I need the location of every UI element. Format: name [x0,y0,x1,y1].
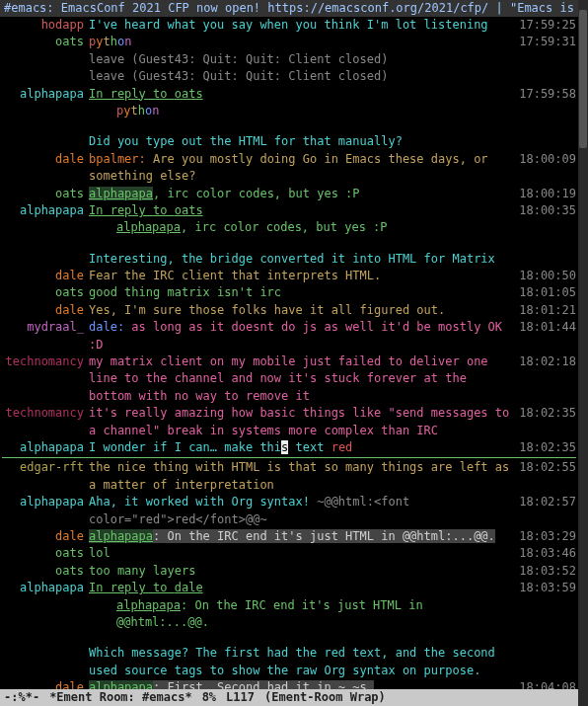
nick-label[interactable]: alphapapa [2,580,89,596]
message-body-cell: Which message? The first had the red tex… [89,645,517,679]
message-body: the nice thing with HTML is that so many… [89,460,509,491]
reply-label[interactable]: In reply to [89,581,175,594]
nick-label[interactable]: oats [2,545,89,562]
line-number: L117 [226,689,255,706]
message-body-cell: leave (Guest43: Quit: Quit: Client close… [89,51,517,68]
timestamp: 18:00:19 [517,186,576,202]
message-body: Fear the IRC client that interprets HTML… [89,269,381,282]
message-row: alphapapaI wonder if I can… make this te… [0,439,578,456]
timestamp: 18:00:35 [517,202,576,219]
nick-label[interactable]: alphapapa [2,202,89,219]
message-body-cell: Interesting, the bridge converted it int… [89,251,517,268]
timestamp: 17:59:25 [517,17,576,34]
quoted-message: alphapapa: On the IRC end it's just HTML… [116,597,513,632]
message-body-cell: python [89,34,517,50]
message-body-cell: In reply to oatsalphapapa, irc color cod… [89,202,517,237]
message-row: hodappI've heard what you say when you t… [0,17,578,34]
nick-label[interactable]: dale [2,528,89,545]
message-body: my matrix client on my mobile just faile… [89,354,488,403]
modeline: -:%*- *Ement Room: #emacs* 8% L117 (Emen… [0,689,578,706]
timestamp: 17:59:58 [517,86,576,103]
timestamp: 18:03:29 [517,528,576,545]
nick-label[interactable]: alphapapa [2,86,89,103]
message-row: technomancymy matrix client on my mobile… [0,353,578,405]
message-body: too many layers [89,564,195,578]
message-body: lol [89,546,110,560]
nick-label[interactable]: edgar-rft [2,459,89,476]
message-body: I've heard what you say when you think I… [89,18,488,32]
timestamp: 18:03:59 [517,580,576,596]
nick-label[interactable]: alphapapa [2,439,89,456]
message-fragment: bpalmer: [89,152,153,166]
message-row: dalebpalmer: Are you mostly doing Go in … [0,151,578,186]
nick-label[interactable]: hodapp [2,17,89,34]
blank-line [0,119,578,133]
timestamp: 18:00:09 [517,151,576,168]
timestamp: 18:02:35 [517,405,576,422]
reply-target[interactable]: oats [175,87,203,101]
separator-line [2,457,576,458]
nick-label[interactable]: oats [2,34,89,50]
message-row: oatsgood thing matrix isn't irc18:01:05 [0,284,578,301]
message-row: dalealphapapa: On the IRC end it's just … [0,528,578,545]
message-body-cell: In reply to oatspython [89,86,517,120]
nick-label[interactable]: dale [2,268,89,284]
timestamp: 18:02:35 [517,439,576,456]
timestamp: 18:02:57 [517,494,576,510]
message-body-cell: Aha, it worked with Org syntax! ~@@html:… [89,494,517,528]
message-body-cell: it's really amazing how basic things lik… [89,405,517,439]
timestamp: 18:01:44 [517,319,576,336]
message-body-cell: Yes, I'm sure those folks have it all fi… [89,302,517,319]
timestamp: 18:02:55 [517,459,576,476]
timestamp: 18:00:50 [517,268,576,284]
nick-label[interactable]: dale [2,151,89,168]
message-list: hodappI've heard what you say when you t… [0,17,578,696]
minor-modes: (Ement-Room Wrap) [264,689,386,706]
nick-label[interactable]: mydraal_ [2,319,89,336]
reply-target[interactable]: dale [175,581,203,594]
timestamp: 18:02:18 [517,353,576,370]
nick-label[interactable]: oats [2,563,89,580]
quoted-message: python [116,103,513,119]
timestamp: 18:03:46 [517,545,576,562]
channel-topic: #emacs: EmacsConf 2021 CFP now open! htt… [0,0,578,17]
nick-label[interactable]: oats [2,284,89,301]
message-body-cell: I wonder if I can… make this text red [89,439,517,456]
reply-label[interactable]: In reply to [89,203,175,217]
scrollbar-thumb[interactable] [579,10,587,148]
quoted-message: alphapapa, irc color codes, but yes :P [116,219,513,236]
message-row: oatspython17:59:31 [0,34,578,50]
message-fragment: text [288,440,331,454]
reply-target[interactable]: oats [175,203,203,217]
message-fragment: Aha, it worked with Org syntax! [89,495,317,509]
message-fragment: red [331,440,353,454]
message-fragment: alphapapa [89,187,153,200]
timestamp: 18:01:05 [517,284,576,301]
message-row: technomancyit's really amazing how basic… [0,405,578,439]
nick-label[interactable]: alphapapa [2,494,89,510]
message-row: leave (Guest43: Quit: Quit: Client close… [0,51,578,68]
message-row: alphapapaAha, it worked with Org syntax!… [0,494,578,528]
rainbow-text: python [89,35,131,48]
nick-label[interactable]: technomancy [2,353,89,370]
nick-label[interactable]: dale [2,302,89,319]
message-fragment: alphapapa [116,220,181,234]
message-body-cell: the nice thing with HTML is that so many… [89,459,517,494]
message-body-cell: leave (Guest43: Quit: Quit: Client close… [89,68,517,85]
blank-line [0,631,578,645]
reply-label[interactable]: In reply to [89,87,175,101]
message-body-cell: Did you type out the HTML for that manua… [89,133,517,150]
message-body: it's really amazing how basic things lik… [89,406,509,436]
message-row: Did you type out the HTML for that manua… [0,133,578,150]
message-row: leave (Guest43: Quit: Quit: Client close… [0,68,578,85]
message-row: daleFear the IRC client that interprets … [0,268,578,284]
nick-label[interactable]: oats [2,186,89,202]
timestamp: 18:03:52 [517,563,576,580]
message-row: alphapapaIn reply to oatsalphapapa, irc … [0,202,578,237]
message-row: mydraal_dale: as long as it doesnt do js… [0,319,578,353]
scrollbar[interactable] [578,0,588,706]
nick-label[interactable]: technomancy [2,405,89,422]
buffer-name: *Ement Room: #emacs* [49,689,192,706]
message-fragment: dale: [89,320,131,334]
message-row: alphapapaIn reply to dalealphapapa: On t… [0,580,578,631]
